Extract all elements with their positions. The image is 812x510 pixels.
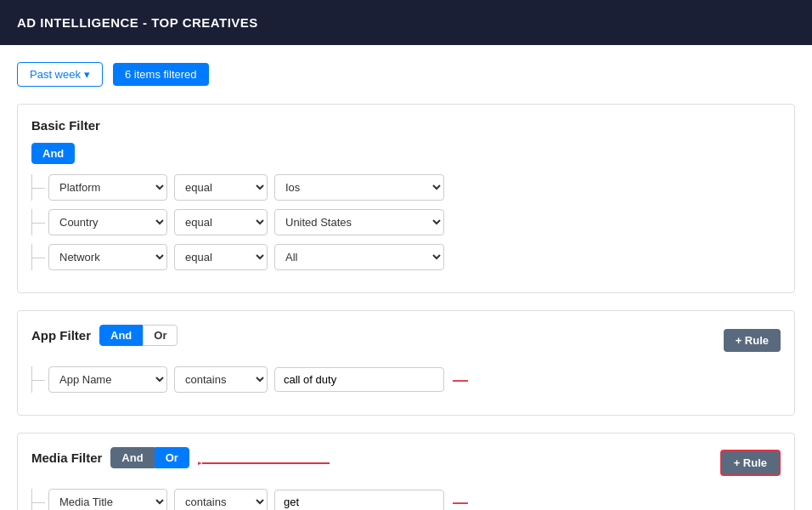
basic-filter-section: Basic Filter And Platform Country Networ… [17,104,795,293]
app-filter-title: App Filter [31,328,91,343]
basic-filter-row-network: Network Platform Country equal not equal… [31,244,781,270]
basic-filter-row-country: Country Platform Network equal not equal… [31,209,781,235]
app-filter-row-appname: App Name App ID Bundle contains equal no… [31,366,781,393]
media-filter-or-button[interactable]: Or [155,447,189,468]
header: AD INTELLIGENCE - TOP CREATIVES [0,0,812,45]
media-filter-and-button[interactable]: And [110,447,154,468]
app-filter-add-rule-button[interactable]: + Rule [724,329,781,352]
header-title: AD INTELLIGENCE - TOP CREATIVES [17,15,258,30]
platform-operator-select[interactable]: equal not equal contains [174,174,268,201]
media-row-1-remove-button[interactable]: — [453,495,468,510]
media-title-field-select-1[interactable]: Media Title Media Type Duration [48,489,167,510]
platform-field-select[interactable]: Platform Country Network [48,174,167,201]
basic-filter-title: Basic Filter [31,118,781,133]
basic-filter-row-platform: Platform Country Network equal not equal… [31,174,781,201]
appname-value-input[interactable] [274,367,444,392]
red-arrow-svg [198,455,334,472]
appname-field-select[interactable]: App Name App ID Bundle [48,366,167,393]
app-filter-and-or: And Or [99,325,178,346]
country-operator-select[interactable]: equal not equal contains [174,209,268,235]
network-field-select[interactable]: Network Platform Country [48,244,167,270]
platform-value-select[interactable]: Ios Android Web [274,174,444,201]
media-title-operator-select-1[interactable]: contains equal not equal [174,489,268,510]
media-filter-header: Media Filter And Or [31,447,781,479]
country-value-select[interactable]: United States United Kingdom Canada [274,209,444,235]
date-range-button[interactable]: Past week ▾ [17,62,103,87]
app-row-remove-button[interactable]: — [453,372,468,388]
network-value-select[interactable]: All Facebook Google [274,244,444,270]
app-filter-header: App Filter And Or + Rule [31,325,781,356]
appname-operator-select[interactable]: contains equal not equal [174,366,268,393]
app-filter-left: App Filter And Or [31,325,178,356]
basic-filter-and-button[interactable]: And [31,143,75,164]
app-filter-and-button[interactable]: And [99,325,143,346]
filter-count-badge[interactable]: 6 items filtered [113,63,209,86]
app-filter-section: App Filter And Or + Rule App Name App ID… [17,310,795,416]
arrow-to-or [198,455,334,472]
basic-filter-and-group: And [31,143,781,164]
country-field-select[interactable]: Country Platform Network [48,209,167,235]
media-filter-row-1: Media Title Media Type Duration contains… [31,489,781,510]
network-operator-select[interactable]: equal not equal contains [174,244,268,270]
media-filter-title: Media Filter [31,450,102,465]
media-filter-section: Media Filter And Or [17,433,795,510]
media-filter-left: Media Filter And Or [31,447,334,479]
app-filter-or-button[interactable]: Or [143,325,178,346]
media-filter-and-or: And Or [110,447,189,468]
media-title-value-input-1[interactable] [274,490,444,510]
toolbar: Past week ▾ 6 items filtered [17,62,795,87]
media-filter-add-rule-button[interactable]: + Rule [720,450,781,476]
